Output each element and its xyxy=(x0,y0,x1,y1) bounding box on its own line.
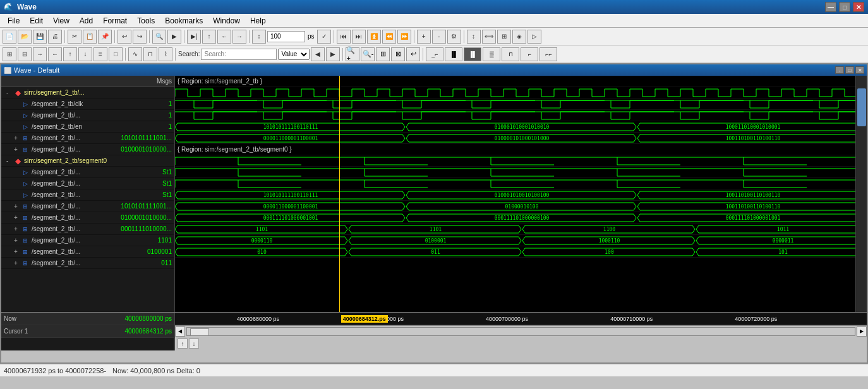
sim-btn4[interactable]: → xyxy=(232,30,246,44)
copy-btn[interactable]: 📋 xyxy=(83,30,97,44)
run-btn[interactable]: ▶ xyxy=(167,30,181,44)
wave-btn1[interactable]: ⏮ xyxy=(337,30,351,44)
zoom-fit-timeline[interactable]: ⊞ xyxy=(376,47,390,61)
sim-btn3[interactable]: ← xyxy=(217,30,231,44)
expand-icon[interactable]: - xyxy=(6,157,13,164)
menu-view[interactable]: View xyxy=(48,15,75,27)
menu-edit[interactable]: Edit xyxy=(25,15,48,27)
signal-row[interactable]: ▷/segment_2_tb/...1 xyxy=(1,110,174,121)
wave-btn5[interactable]: ⏩ xyxy=(397,30,411,44)
menu-add[interactable]: Add xyxy=(75,15,98,27)
redo-btn[interactable]: ↪ xyxy=(133,30,147,44)
time-input[interactable] xyxy=(267,31,305,42)
wave-style1[interactable]: ∿ xyxy=(128,47,142,61)
scroll-left-btn[interactable]: ◀ xyxy=(175,326,185,337)
nav-btn[interactable]: ◈ xyxy=(512,30,526,44)
outdent-btn[interactable]: ← xyxy=(48,47,62,61)
group-btn[interactable]: □ xyxy=(109,47,123,61)
wave-scrollbar-thumb[interactable] xyxy=(857,88,866,126)
wave-close-btn[interactable]: ✕ xyxy=(855,66,864,74)
scroll-right-btn[interactable]: ▶ xyxy=(857,326,867,337)
wave-btn3[interactable]: ⏫ xyxy=(367,30,381,44)
menu-help[interactable]: Help xyxy=(245,15,271,27)
menu-tools[interactable]: Tools xyxy=(132,15,160,27)
signal-row[interactable]: ▷/segment_2_tb/...St1 xyxy=(1,167,174,178)
cfg-btn[interactable]: ⚙ xyxy=(447,30,461,44)
waveform-area[interactable]: { Region: sim:/segment_2_tb }10101011110… xyxy=(175,76,867,312)
sim-btn2[interactable]: ↑ xyxy=(202,30,216,44)
zoom-undo[interactable]: ↩ xyxy=(406,47,420,61)
wave-shape-7[interactable]: ⌐⌐ xyxy=(539,47,557,61)
signal-row[interactable]: ▷/segment_2_tb/clk1 xyxy=(1,99,174,110)
del-wave-btn[interactable]: - xyxy=(432,30,446,44)
search-next-btn[interactable]: ▶ xyxy=(326,47,340,61)
move-down-btn[interactable]: ↓ xyxy=(78,47,92,61)
maximize-btn[interactable]: □ xyxy=(839,2,850,12)
wave-btn4[interactable]: ⏪ xyxy=(382,30,396,44)
wave-shape-5[interactable]: ⊓ xyxy=(502,47,519,61)
menu-window[interactable]: Window xyxy=(208,15,245,27)
zoom-out-btn[interactable]: 🔍- xyxy=(361,47,375,61)
zoom-full-btn[interactable]: ⟺ xyxy=(482,30,496,44)
signal-row[interactable]: -◆sim:/segment_2_tb/... xyxy=(1,87,174,99)
wave-maximize-btn[interactable]: □ xyxy=(845,66,854,74)
zoom-fit-btn[interactable]: ⊞ xyxy=(497,30,511,44)
wave-shape-2[interactable]: ▐▌ xyxy=(445,47,462,61)
signal-row[interactable]: ▷/segment_2_tb/...St1 xyxy=(1,178,174,189)
expand-icon[interactable]: + xyxy=(14,248,20,255)
find-btn[interactable]: 🔍 xyxy=(152,30,166,44)
menu-format[interactable]: Format xyxy=(98,15,132,27)
close-btn[interactable]: ✕ xyxy=(853,2,864,12)
expand-icon[interactable]: + xyxy=(14,214,20,221)
wave-minimize-btn[interactable]: - xyxy=(835,66,844,74)
scroll-track[interactable] xyxy=(186,327,855,336)
search-input[interactable] xyxy=(201,49,277,60)
expand-icon[interactable]: + xyxy=(14,146,20,153)
scroll-up-btn[interactable]: ↑ xyxy=(178,338,188,349)
wave-style3[interactable]: ⌇ xyxy=(159,47,172,61)
cursor-btn[interactable]: ↕ xyxy=(467,30,481,44)
expand-icon[interactable]: + xyxy=(14,225,20,232)
signal-row[interactable]: -◆sim:/segment_2_tb/segment0 xyxy=(1,155,174,167)
paste-btn[interactable]: 📌 xyxy=(98,30,112,44)
signal-row[interactable]: ▷/segment_2_tb/...St1 xyxy=(1,189,174,201)
signal-row[interactable]: +⊞/segment_2_tb/...1010101111001... xyxy=(1,201,174,212)
open-btn[interactable]: 📂 xyxy=(18,30,32,44)
indent-btn[interactable]: → xyxy=(33,47,47,61)
menu-bookmarks[interactable]: Bookmarks xyxy=(160,15,208,27)
signal-row[interactable]: +⊞/segment_2_tb/...1010101111001... xyxy=(1,133,174,144)
menu-file[interactable]: File xyxy=(3,15,25,27)
sim-btn1[interactable]: ▶| xyxy=(187,30,201,44)
wave-shape-4[interactable]: ▒ xyxy=(483,47,500,61)
signal-row[interactable]: +⊞/segment_2_tb/...0100001010000... xyxy=(1,212,174,224)
zoom-sel[interactable]: ⊠ xyxy=(391,47,405,61)
time-apply-btn[interactable]: ✓ xyxy=(317,30,331,44)
signal-row[interactable]: +⊞/segment_2_tb/...1101 xyxy=(1,235,174,246)
save-btn[interactable]: 💾 xyxy=(33,30,47,44)
signal-row[interactable]: +⊞/segment_2_tb/...0100001010000... xyxy=(1,144,174,155)
wave-style2[interactable]: ⊓ xyxy=(143,47,157,61)
add-wave-btn[interactable]: + xyxy=(417,30,431,44)
search-type-select[interactable]: ValueSignal xyxy=(278,49,310,60)
signal-row[interactable]: +⊞/segment_2_tb/...0100001 xyxy=(1,246,174,258)
wave-shape-1[interactable]: _⌐ xyxy=(426,47,443,61)
wave-shape-6[interactable]: ⌐ xyxy=(521,47,538,61)
scroll-thumb[interactable] xyxy=(190,328,209,336)
signal-row[interactable]: ▷/segment_2_tb/en1 xyxy=(1,121,174,133)
expand-all-btn[interactable]: ⊞ xyxy=(3,47,16,61)
wave-shape-3[interactable]: ▐▌ xyxy=(464,47,481,61)
new-btn[interactable]: 📄 xyxy=(3,30,16,44)
wave-btn2[interactable]: ⏭ xyxy=(352,30,366,44)
search-prev-btn[interactable]: ◀ xyxy=(311,47,325,61)
signal-row[interactable]: +⊞/segment_2_tb/...0001111010000... xyxy=(1,224,174,235)
sort-btn[interactable]: ≡ xyxy=(93,47,107,61)
cut-btn[interactable]: ✂ xyxy=(68,30,81,44)
minimize-btn[interactable]: — xyxy=(825,2,836,12)
scroll-down-btn[interactable]: ↓ xyxy=(189,338,199,349)
expand-icon[interactable]: + xyxy=(14,237,20,244)
expand-icon[interactable]: - xyxy=(6,89,13,96)
zoom-in-btn[interactable]: 🔍+ xyxy=(346,47,359,61)
collapse-all-btn[interactable]: ⊟ xyxy=(18,47,32,61)
undo-btn[interactable]: ↩ xyxy=(118,30,131,44)
step-btn[interactable]: ↕ xyxy=(252,30,266,44)
